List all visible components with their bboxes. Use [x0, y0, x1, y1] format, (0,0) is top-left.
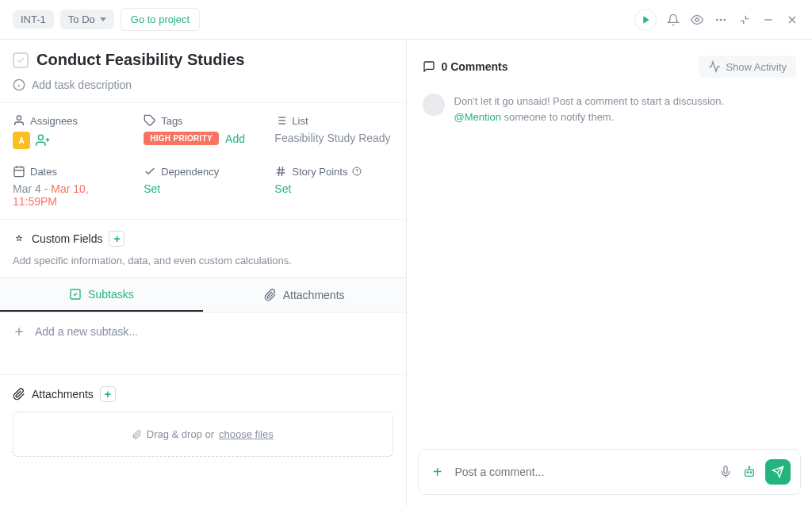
paperclip-icon: [132, 430, 142, 439]
priority-tag[interactable]: HIGH PRIORITY: [144, 132, 219, 145]
robot-icon: [743, 466, 756, 478]
description-placeholder: Add task description: [32, 79, 132, 91]
goto-project-button[interactable]: Go to project: [121, 8, 200, 31]
story-points-field: Story Points Set: [274, 165, 393, 208]
dates-label: Dates: [13, 165, 131, 178]
plus-icon: [13, 325, 25, 338]
svg-point-2: [720, 18, 722, 21]
avatar-placeholder: [423, 94, 445, 116]
svg-rect-21: [14, 167, 24, 177]
mic-icon: [719, 466, 732, 478]
comment-box-wrap: +: [407, 438, 813, 506]
info-icon: [13, 79, 25, 91]
empty-comments: Don't let it go unsaid! Post a comment t…: [407, 87, 813, 131]
more-button[interactable]: [714, 13, 728, 27]
subtask-icon: [69, 288, 82, 301]
watch-button[interactable]: [690, 13, 704, 27]
task-id-chip[interactable]: INT-1: [13, 10, 54, 29]
svg-line-27: [279, 167, 280, 176]
svg-line-28: [282, 167, 283, 176]
right-pane: 0 Comments Show Activity Don't let it go…: [407, 40, 813, 506]
dependency-set-button[interactable]: Set: [144, 182, 262, 195]
attachment-dropzone[interactable]: Drag & drop or choose files: [13, 412, 393, 457]
attachments-section: Attachments + Drag & drop or choose file…: [0, 374, 406, 468]
add-assignee-button[interactable]: [35, 132, 51, 148]
dependency-field: Dependency Set: [144, 165, 262, 208]
ai-button[interactable]: [741, 464, 757, 480]
dates-value[interactable]: Mar 4 - Mar 10, 11:59PM: [13, 182, 131, 208]
assignees-value: A: [13, 132, 131, 149]
list-field: List Feasibility Study Ready: [274, 114, 393, 149]
tags-field: Tags HIGH PRIORITY Add: [144, 114, 262, 149]
date-start: Mar 4: [13, 182, 41, 195]
tabs: Subtasks Attachments: [0, 278, 406, 312]
add-custom-field-button[interactable]: +: [109, 231, 124, 247]
title-row: Conduct Feasibility Studies: [0, 40, 406, 75]
header-left: INT-1 To Do Go to project: [13, 8, 200, 31]
send-button[interactable]: [765, 459, 791, 485]
list-value[interactable]: Feasibility Study Ready: [274, 132, 393, 144]
description-row[interactable]: Add task description: [0, 75, 406, 102]
svg-point-11: [38, 135, 43, 140]
comment-input[interactable]: [455, 466, 710, 478]
tag-icon: [144, 114, 156, 127]
svg-point-3: [723, 18, 726, 21]
complete-checkbox[interactable]: [13, 52, 29, 68]
comments-header: 0 Comments Show Activity: [407, 40, 813, 87]
attachment-icon: [13, 388, 25, 401]
svg-point-38: [749, 466, 749, 467]
comment-add-button[interactable]: +: [428, 462, 447, 481]
user-plus-icon: [36, 133, 50, 148]
dependency-label: Dependency: [144, 165, 262, 178]
notifications-button[interactable]: [666, 13, 680, 27]
task-header: INT-1 To Do Go to project: [0, 0, 812, 40]
attachment-icon: [264, 289, 277, 301]
send-icon: [772, 466, 784, 478]
bell-icon: [667, 13, 680, 26]
hash-icon: [274, 165, 287, 178]
choose-files-link[interactable]: choose files: [219, 428, 274, 440]
add-attachment-button[interactable]: +: [100, 386, 116, 402]
svg-point-0: [695, 18, 699, 21]
left-pane: Conduct Feasibility Studies Add task des…: [0, 40, 407, 506]
start-timer-button[interactable]: [634, 9, 657, 31]
assignee-avatar[interactable]: A: [13, 132, 30, 149]
check-icon: [16, 56, 25, 65]
mention-link[interactable]: @Mention: [454, 111, 501, 123]
minimize-icon: [762, 13, 775, 26]
story-points-set-button[interactable]: Set: [274, 182, 393, 195]
assignees-label: Assignees: [13, 114, 131, 127]
assignees-field: Assignees A: [13, 114, 131, 149]
status-chip[interactable]: To Do: [60, 10, 114, 29]
list-label: List: [274, 114, 393, 127]
custom-fields-section: Custom Fields + Add specific information…: [0, 219, 406, 278]
user-icon: [13, 114, 25, 127]
check-icon: [144, 165, 156, 178]
collapse-button[interactable]: [737, 13, 752, 27]
add-tag-button[interactable]: Add: [225, 132, 245, 145]
collapse-icon: [738, 13, 751, 26]
comment-icon: [423, 60, 435, 73]
tab-attachments[interactable]: Attachments: [203, 278, 406, 312]
custom-fields-label: Custom Fields: [32, 232, 102, 245]
svg-point-37: [750, 472, 751, 473]
custom-fields-hint: Add specific information, data, and even…: [13, 255, 393, 266]
task-title[interactable]: Conduct Feasibility Studies: [36, 51, 244, 69]
story-points-label: Story Points: [274, 165, 393, 178]
add-subtask-button[interactable]: Add a new subtask...: [0, 312, 406, 351]
help-icon[interactable]: [352, 167, 362, 176]
ellipsis-icon: [714, 13, 727, 26]
calendar-icon: [13, 165, 25, 178]
chevron-down-icon: [100, 17, 106, 21]
show-activity-button[interactable]: Show Activity: [699, 56, 796, 78]
svg-point-1: [716, 18, 718, 21]
svg-rect-35: [745, 470, 754, 476]
close-button[interactable]: [785, 13, 799, 27]
tab-subtasks[interactable]: Subtasks: [0, 278, 203, 312]
tags-label: Tags: [144, 114, 262, 127]
minimize-button[interactable]: [761, 13, 776, 27]
comment-box: +: [418, 449, 802, 495]
list-icon: [274, 114, 287, 127]
voice-button[interactable]: [718, 464, 733, 480]
tags-value: HIGH PRIORITY Add: [144, 132, 262, 145]
